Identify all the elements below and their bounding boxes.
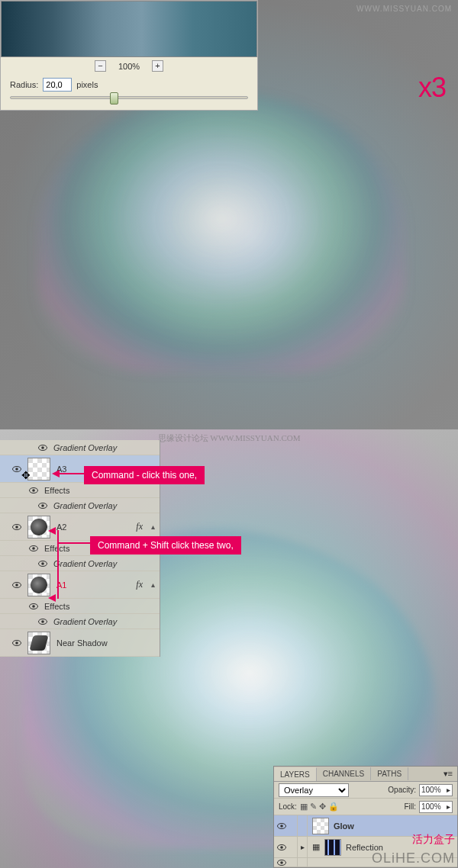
fill-label: Fill: — [404, 802, 416, 811]
radius-input[interactable] — [43, 78, 72, 92]
watermark-top: WWW.MISSYUAN.COM — [356, 5, 452, 13]
arrow-icon — [52, 470, 60, 477]
svg-point-11 — [32, 547, 35, 550]
visibility-eye-icon[interactable] — [38, 617, 47, 626]
layer-near-shadow[interactable]: Near Shadow — [0, 629, 160, 657]
arrow-line — [57, 530, 59, 599]
visibility-eye-icon[interactable] — [29, 544, 38, 553]
visibility-eye-icon[interactable] — [277, 821, 286, 831]
lock-move-icon[interactable]: ✥ — [319, 802, 326, 812]
zoom-in-button[interactable]: + — [152, 60, 163, 72]
zoom-percent: 100% — [118, 62, 140, 71]
effect-gradient-overlay: Gradient Overlay — [53, 501, 117, 510]
svg-point-21 — [15, 641, 18, 645]
arrow-icon — [48, 527, 56, 535]
radius-label: Radius: — [10, 80, 38, 89]
svg-point-1 — [41, 446, 44, 449]
fill-input[interactable]: 100%▸ — [419, 801, 453, 813]
layer-a1[interactable]: A1 fx ▴ — [0, 571, 160, 599]
gaussian-blur-dialog: − 100% + Radius: pixels — [0, 0, 258, 111]
radius-slider[interactable] — [10, 96, 248, 99]
link-column[interactable]: ▸ — [297, 837, 308, 857]
cursor-icon: ✥ — [21, 469, 31, 481]
link-column[interactable] — [297, 858, 308, 866]
visibility-eye-icon[interactable] — [12, 638, 21, 648]
opacity-input[interactable]: 100%▸ — [419, 784, 453, 796]
visibility-eye-icon[interactable] — [12, 522, 21, 532]
visibility-eye-icon[interactable] — [29, 486, 38, 495]
lock-transparency-icon[interactable]: ▦ — [300, 802, 308, 812]
fx-badge: fx — [136, 579, 143, 590]
layer-thumb — [27, 574, 50, 596]
svg-point-25 — [280, 846, 283, 849]
visibility-eye-icon[interactable] — [38, 559, 47, 568]
rendered-3d-shape — [38, 93, 405, 372]
arrow-line — [57, 542, 92, 544]
blend-mode-select[interactable]: Overlay — [279, 783, 349, 797]
callout-command-click: Command - click this one, — [84, 466, 205, 484]
lock-brush-icon[interactable]: ✎ — [310, 802, 317, 812]
smart-object-icon: ▦ — [312, 842, 320, 852]
tab-layers[interactable]: LAYERS — [274, 767, 317, 781]
visibility-eye-icon[interactable] — [277, 858, 286, 867]
layer-thumb — [324, 839, 341, 856]
svg-point-5 — [32, 489, 35, 492]
tab-paths[interactable]: PATHS — [371, 767, 408, 780]
link-column[interactable] — [297, 815, 308, 836]
collapse-chevron-icon[interactable]: ▴ — [151, 522, 155, 531]
zoom-out-button[interactable]: − — [95, 60, 106, 72]
dropdown-icon: ▸ — [447, 802, 450, 811]
svg-point-19 — [41, 620, 44, 623]
effect-gradient-overlay: Gradient Overlay — [53, 443, 117, 452]
zoom-controls: − 100% + — [1, 60, 257, 72]
fx-badge: fx — [136, 521, 143, 532]
panel-tabs: LAYERS CHANNELS PATHS ▾≡ — [274, 767, 457, 782]
collapse-chevron-icon[interactable]: ▴ — [151, 580, 155, 589]
svg-point-23 — [280, 825, 283, 828]
svg-point-7 — [41, 504, 44, 507]
lock-label: Lock: — [279, 802, 297, 811]
lock-all-icon[interactable]: 🔒 — [328, 802, 339, 812]
radius-unit: pixels — [76, 80, 98, 89]
layer-thumb — [27, 516, 50, 538]
watermark-red: 活力盒子 — [412, 833, 455, 847]
blur-preview — [1, 1, 257, 57]
layer-thumb — [27, 458, 50, 481]
svg-point-3 — [15, 468, 18, 471]
visibility-eye-icon[interactable] — [12, 580, 21, 590]
visibility-eye-icon[interactable] — [38, 501, 47, 510]
svg-point-27 — [280, 861, 283, 864]
opacity-label: Opacity: — [388, 786, 416, 794]
visibility-eye-icon[interactable] — [12, 465, 21, 474]
dropdown-icon: ▸ — [447, 786, 450, 794]
svg-point-13 — [41, 562, 44, 565]
tutorial-step-bottom: 思缘设计论坛 WWW.MISSYUAN.COM Gradient Overlay… — [0, 429, 458, 868]
effect-gradient-overlay: Gradient Overlay — [53, 617, 117, 626]
callout-command-shift-click: Command + Shift click these two, — [90, 536, 241, 555]
layer-name-glow: Glow — [334, 821, 354, 831]
watermark-gray: OLiHE.COM — [372, 850, 455, 866]
visibility-eye-icon[interactable] — [277, 843, 286, 852]
effects-label: Effects — [44, 602, 69, 611]
visibility-eye-icon[interactable] — [29, 602, 38, 611]
repeat-x3-label: x3 — [418, 72, 446, 104]
tutorial-step-top: WWW.MISSYUAN.COM − 100% + Radius: pixels… — [0, 0, 458, 429]
layer-thumb — [312, 818, 329, 834]
panel-menu-icon[interactable]: ▾≡ — [439, 769, 457, 779]
effects-label: Effects — [44, 486, 69, 495]
effect-gradient-overlay: Gradient Overlay — [53, 559, 117, 568]
svg-point-9 — [15, 526, 18, 529]
layer-thumb — [27, 632, 50, 654]
svg-point-17 — [32, 605, 35, 608]
tab-channels[interactable]: CHANNELS — [317, 767, 371, 780]
visibility-eye-icon[interactable] — [38, 443, 47, 452]
arrow-line — [60, 473, 85, 474]
slider-thumb[interactable] — [110, 92, 118, 104]
arrow-icon — [48, 594, 56, 602]
svg-point-15 — [15, 583, 18, 587]
lock-icons[interactable]: ▦✎✥🔒 — [300, 802, 339, 812]
layer-name-near-shadow: Near Shadow — [56, 638, 108, 648]
